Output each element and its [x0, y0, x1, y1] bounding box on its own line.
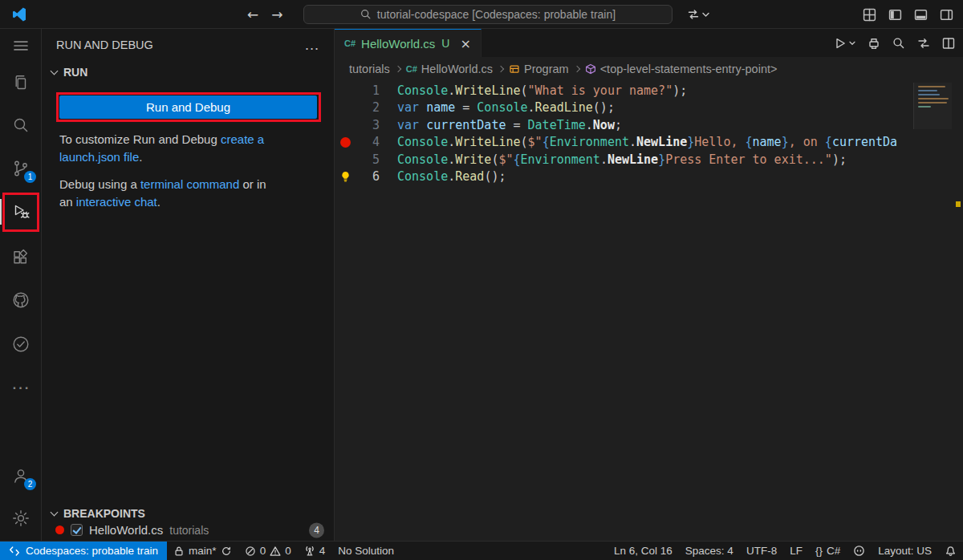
code-line[interactable]: 1Console.WriteLine("What is your name?")…: [335, 82, 963, 99]
hamburger-menu-icon: [12, 37, 30, 55]
branch-status[interactable]: main*: [167, 542, 238, 560]
code-text[interactable]: Console.WriteLine("What is your name?");: [397, 83, 901, 98]
command-center-search[interactable]: tutorial-codespace [Codespaces: probable…: [303, 5, 672, 24]
lightbulb-icon[interactable]: [339, 171, 351, 183]
view-actions-button[interactable]: …: [304, 42, 319, 48]
breakpoint-icon[interactable]: [340, 137, 351, 148]
run-or-debug-button[interactable]: [834, 37, 855, 50]
language-mode-status[interactable]: {} C#: [809, 542, 847, 560]
split-editor-button[interactable]: [942, 37, 955, 50]
solution-status[interactable]: No Solution: [331, 542, 400, 560]
breakpoints-section-label: BREAKPOINTS: [63, 507, 145, 520]
error-count: 0: [260, 545, 266, 557]
run-and-debug-button[interactable]: Run and Debug: [59, 95, 317, 119]
code-line[interactable]: 6Console.Read();: [335, 168, 963, 186]
minimap[interactable]: [913, 83, 952, 129]
csharp-file-icon: C#: [344, 39, 356, 48]
indentation-status[interactable]: Spaces: 4: [679, 542, 740, 560]
code-editor[interactable]: 1Console.WriteLine("What is your name?")…: [335, 81, 963, 541]
hint-text: Debug using a: [59, 177, 140, 191]
search-icon: [360, 9, 372, 20]
sidebar-item-run-and-debug[interactable]: [0, 195, 42, 229]
breadcrumb-symbol[interactable]: <top-level-statements-entry-point>: [585, 63, 778, 75]
code-text[interactable]: Console.Read();: [397, 169, 901, 184]
sidebar-item-azure[interactable]: [0, 327, 42, 361]
line-number: 2: [356, 100, 380, 115]
keyboard-layout-label: Layout: US: [878, 545, 932, 557]
layout-controls: [863, 0, 953, 29]
run-section-header[interactable]: RUN: [51, 66, 87, 79]
extensions-icon: [11, 248, 30, 267]
search-editor-icon[interactable]: [892, 37, 905, 50]
breadcrumb-class[interactable]: Program: [509, 63, 569, 75]
csharp-file-icon: C#: [406, 64, 417, 74]
sidebar-item-explorer[interactable]: [0, 66, 42, 99]
cursor-position-status[interactable]: Ln 6, Col 16: [607, 542, 679, 560]
interactive-chat-link[interactable]: interactive chat: [76, 195, 157, 209]
code-text[interactable]: var currentDate = DateTime.Now;: [397, 118, 901, 132]
code-line[interactable]: 4Console.WriteLine($"{Environment.NewLin…: [335, 134, 963, 152]
customize-layout-icon[interactable]: [863, 8, 876, 22]
bell-icon: [945, 545, 957, 557]
symbol-class-icon: [509, 63, 520, 75]
ports-status[interactable]: 4: [298, 542, 332, 560]
indentation-label: Spaces: 4: [685, 545, 733, 557]
toggle-panel-icon[interactable]: [914, 8, 928, 22]
search-icon: [11, 116, 30, 135]
forward-button[interactable]: →: [271, 6, 282, 22]
status-bar: Codespaces: probable train main* 0 0: [0, 541, 963, 560]
back-button[interactable]: ←: [247, 6, 258, 22]
breakpoint-file: HelloWorld.cs: [89, 523, 163, 537]
glyph-margin[interactable]: [335, 137, 356, 148]
eol-status[interactable]: LF: [783, 542, 809, 560]
accounts-button[interactable]: 2: [0, 459, 42, 493]
ports-count: 4: [319, 545, 326, 557]
menu-button[interactable]: [0, 29, 42, 63]
remote-indicator[interactable]: Codespaces: probable train: [0, 542, 167, 560]
code-text[interactable]: Console.Write($"{Environment.NewLine}Pre…: [397, 152, 901, 167]
remote-window-menu[interactable]: [687, 6, 709, 23]
chevron-right-icon: [498, 66, 504, 72]
tab-bar: C# HelloWorld.cs U ×: [335, 29, 963, 57]
code-line[interactable]: 2var name = Console.ReadLine();: [335, 99, 963, 117]
open-changes-icon[interactable]: [868, 37, 880, 50]
toggle-primary-sidebar-icon[interactable]: [888, 8, 902, 22]
sync-icon: [221, 546, 232, 557]
terminal-command-link[interactable]: terminal command: [140, 177, 239, 191]
problems-status[interactable]: 0 0: [238, 542, 298, 560]
additional-views-button[interactable]: …: [0, 370, 42, 404]
overview-ruler-mark: [956, 201, 961, 207]
sidebar-item-source-control[interactable]: 1: [0, 152, 42, 185]
breakpoint-list-item[interactable]: HelloWorld.cs tutorials 4: [42, 520, 334, 540]
keyboard-layout-status[interactable]: Layout: US: [872, 542, 938, 560]
settings-button[interactable]: [0, 501, 42, 535]
toggle-secondary-sidebar-icon[interactable]: [940, 8, 953, 22]
code-lines: 1Console.WriteLine("What is your name?")…: [335, 82, 963, 185]
breakpoint-checkbox[interactable]: [71, 524, 83, 536]
sidebar-item-github[interactable]: [0, 283, 42, 317]
git-untracked-badge: U: [441, 37, 449, 50]
title-bar: ← → tutorial-codespace [Codespaces: prob…: [0, 0, 963, 29]
sidebar-title: RUN AND DEBUG: [56, 39, 153, 51]
breadcrumb-file[interactable]: C# HelloWorld.cs: [406, 63, 493, 75]
code-line[interactable]: 3var currentDate = DateTime.Now;: [335, 116, 963, 134]
code-text[interactable]: Console.WriteLine($"{Environment.NewLine…: [397, 135, 901, 149]
tab-helloworld[interactable]: C# HelloWorld.cs U ×: [335, 29, 482, 57]
notifications-button[interactable]: [938, 542, 963, 560]
code-line[interactable]: 5Console.Write($"{Environment.NewLine}Pr…: [335, 151, 963, 168]
breakpoint-icon: [55, 526, 64, 534]
sidebar-item-search[interactable]: [0, 108, 42, 142]
chevron-down-icon: [849, 41, 855, 46]
breakpoints-section-header[interactable]: BREAKPOINTS: [51, 507, 145, 520]
breadcrumb-folder[interactable]: tutorials: [349, 63, 390, 75]
warning-icon: [270, 546, 281, 557]
code-text[interactable]: var name = Console.ReadLine();: [397, 100, 901, 115]
files-icon: [11, 73, 30, 92]
glyph-margin[interactable]: [335, 171, 356, 183]
switch-editor-icon[interactable]: [917, 37, 930, 50]
close-icon[interactable]: ×: [460, 36, 470, 51]
copilot-status[interactable]: [847, 542, 872, 560]
customize-hint-text: To customize Run and Debug create alaunc…: [59, 131, 321, 166]
sidebar-item-extensions[interactable]: [0, 241, 42, 274]
encoding-status[interactable]: UTF-8: [740, 542, 783, 560]
